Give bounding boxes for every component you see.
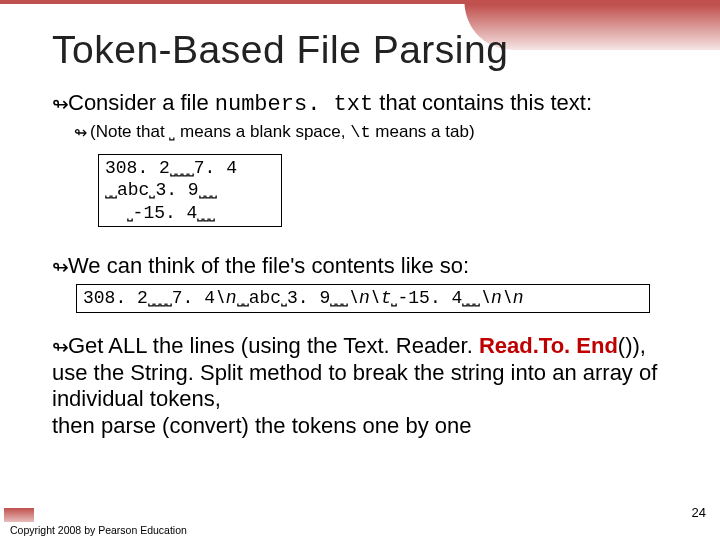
code-box-2: 308. 2˽˽˽˽7. 4\n˽˽abc˽3. 9˽˽˽\n\t˽-15. 4… (76, 284, 650, 313)
bullet-2: ↬We can think of the file's contents lik… (52, 253, 682, 280)
escape: \n\n (480, 288, 523, 308)
text: means a tab) (371, 122, 475, 141)
bullet-3: ↬Get ALL the lines (using the Text. Read… (52, 333, 682, 440)
page-number: 24 (692, 505, 706, 520)
emphasis: Read.To. End (479, 333, 618, 358)
bullet-1-note: ↬(Note that ˽ means a blank space, \t me… (74, 121, 682, 144)
seg: ˽-15. 4˽˽˽ (391, 288, 480, 308)
text: Get ALL the lines (using the Text. Reade… (68, 333, 479, 358)
inline-code: numbers. txt (215, 92, 373, 117)
swirl-icon: ↬ (52, 94, 68, 114)
slide-title: Token-Based File Parsing (52, 28, 682, 72)
text: Consider a file (68, 90, 215, 115)
swirl-icon: ↬ (74, 125, 90, 141)
code-box-1: 308. 2˽˽˽˽7. 4 ˽˽abc˽3. 9˽˽˽ ˽-15. 4˽˽˽ (98, 154, 282, 228)
copyright: Copyright 2008 by Pearson Education (10, 524, 187, 536)
seg: 308. 2˽˽˽˽7. 4 (83, 288, 215, 308)
slide-body: Token-Based File Parsing ↬Consider a fil… (0, 0, 720, 540)
text: means a blank space, (175, 122, 350, 141)
seg: ˽˽abc˽3. 9˽˽˽ (237, 288, 349, 308)
escape: \n (215, 288, 237, 308)
escape: \n\t (348, 288, 391, 308)
text: that contains this text: (373, 90, 592, 115)
bottom-accent (4, 508, 34, 522)
swirl-icon: ↬ (52, 257, 68, 277)
escape: \t (350, 123, 370, 142)
swirl-icon: ↬ (52, 337, 68, 357)
bullet-1: ↬Consider a file numbers. txt that conta… (52, 90, 682, 119)
text: (Note that (90, 122, 169, 141)
text: We can think of the file's contents like… (68, 253, 469, 278)
